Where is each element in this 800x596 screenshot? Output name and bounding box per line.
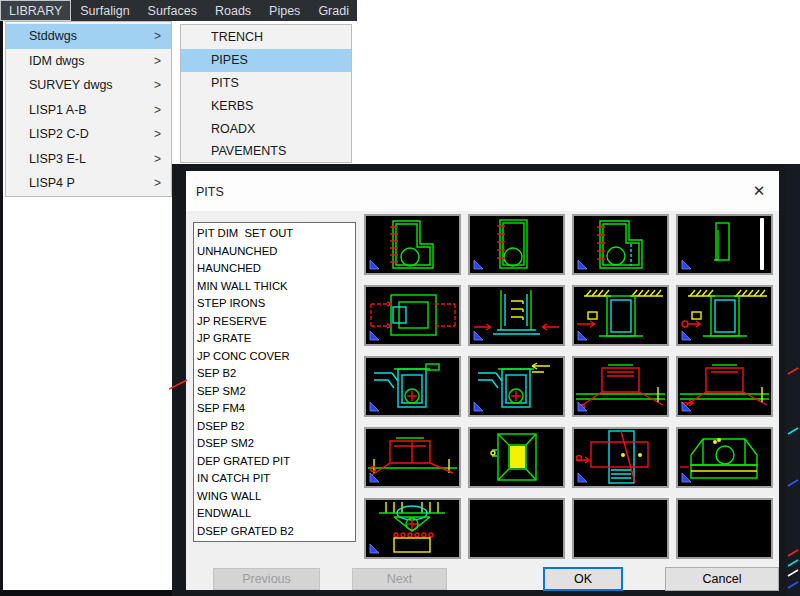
list-item[interactable]: DSEP SM2	[197, 435, 355, 453]
submenu-arrow-icon: >	[154, 176, 161, 190]
list-item[interactable]: SEP SM2	[197, 383, 355, 401]
list-item[interactable]: SEP FM4	[197, 400, 355, 418]
thumbnail-cell-11[interactable]	[572, 356, 669, 417]
list-item[interactable]: JP GRATE	[197, 330, 355, 348]
menu-item-lisp1-a-b[interactable]: LISP1 A-B>	[6, 98, 171, 123]
thumbnail-cell-14[interactable]	[468, 427, 565, 488]
road-section-pit-2-icon	[678, 358, 771, 415]
list-item[interactable]: UNHAUNCHED	[197, 243, 355, 261]
thumbnail-cell-12[interactable]	[676, 356, 773, 417]
menubar-item-gradi[interactable]: Gradi	[309, 0, 357, 21]
list-item[interactable]: JP CONC COVER	[197, 348, 355, 366]
menu-item-survey-dwgs[interactable]: SURVEY dwgs>	[6, 73, 171, 98]
menubar: LIBRARYSurfalignSurfacesRoadsPipesGradi	[0, 0, 357, 21]
list-item[interactable]: ENDWALL	[197, 505, 355, 523]
submenu-item-trench[interactable]: TRENCH	[181, 26, 351, 49]
submenu-item-pits[interactable]: PITS	[181, 72, 351, 95]
thumbnail-cell-10[interactable]	[468, 356, 565, 417]
pit-section-step-irons-icon	[470, 287, 563, 344]
wing-wall-elevation-icon	[678, 429, 771, 486]
list-item[interactable]: JP RESERVE	[197, 313, 355, 331]
next-button[interactable]: Next	[352, 568, 447, 590]
list-item[interactable]: MIN WALL THICK	[197, 278, 355, 296]
list-item[interactable]: DEP GRATED PIT	[197, 453, 355, 471]
thumbnail-cell-9[interactable]	[364, 356, 461, 417]
pit-plan-offset-chamber-icon	[366, 216, 459, 273]
close-icon[interactable]: ✕	[747, 179, 771, 203]
submenu-item-pavements[interactable]: PAVEMENTS	[181, 140, 351, 163]
road-section-pit-icon	[574, 358, 667, 415]
library-dropdown-menu: Stddwgs>IDM dwgs>SURVEY dwgs>LISP1 A-B>L…	[5, 21, 172, 197]
wall-thickness-detail-icon	[678, 216, 771, 273]
menubar-item-pipes[interactable]: Pipes	[260, 0, 309, 21]
list-item[interactable]: WING WALL	[197, 488, 355, 506]
thumbnail-cell-16[interactable]	[676, 427, 773, 488]
thumbnail-cell-19[interactable]	[572, 498, 669, 559]
list-item[interactable]: DSEP GRATED B2	[197, 523, 355, 541]
pit-plan-stepped-chamber-icon	[574, 216, 667, 273]
thumbnail-cell-20[interactable]	[676, 498, 773, 559]
menu-item-label: LISP2 C-D	[29, 127, 89, 141]
submenu-item-kerbs[interactable]: KERBS	[181, 94, 351, 117]
list-item[interactable]: STEP IRONS	[197, 295, 355, 313]
menu-item-lisp4-p[interactable]: LISP4 P>	[6, 171, 171, 196]
road-section-pit-3-icon	[366, 429, 459, 486]
submenu-arrow-icon: >	[154, 54, 161, 68]
list-item[interactable]: HAUNCHED	[197, 260, 355, 278]
stddwgs-submenu: TRENCHPIPESPITSKERBSROADXPAVEMENTS	[180, 24, 352, 163]
list-item[interactable]: SEP B2	[197, 365, 355, 383]
menu-item-label: Stddwgs	[29, 29, 77, 43]
menu-item-label: SURVEY dwgs	[29, 78, 113, 92]
cancel-button[interactable]: Cancel	[665, 567, 779, 591]
submenu-arrow-icon: >	[154, 29, 161, 43]
menu-item-lisp2-c-d[interactable]: LISP2 C-D>	[6, 122, 171, 147]
menu-item-label: LISP4 P	[29, 176, 75, 190]
menubar-item-surfalign[interactable]: Surfalign	[71, 0, 138, 21]
endwall-elevation-icon	[366, 500, 459, 557]
grated-pit-plan-icon	[470, 429, 563, 486]
pit-plan-nested-chambers-icon	[366, 287, 459, 344]
submenu-arrow-icon: >	[154, 103, 161, 117]
ok-button[interactable]: OK	[543, 567, 623, 591]
menu-item-idm-dwgs[interactable]: IDM dwgs>	[6, 49, 171, 74]
menubar-item-roads[interactable]: Roads	[206, 0, 260, 21]
cad-background-strip	[786, 164, 800, 596]
thumbnail-cell-18[interactable]	[468, 498, 565, 559]
list-item[interactable]: IN CATCH PIT	[197, 470, 355, 488]
submenu-item-roadx[interactable]: ROADX	[181, 117, 351, 140]
menu-item-lisp3-e-l[interactable]: LISP3 E-L>	[6, 147, 171, 172]
thumbnail-cell-3[interactable]	[572, 214, 669, 275]
pits-dialog: PITS ✕ PIT DIM SET OUTUNHAUNCHEDHAUNCHED…	[172, 164, 786, 596]
submenu-item-pipes[interactable]: PIPES	[181, 49, 351, 72]
sep-pit-section-arrows-icon	[470, 358, 563, 415]
thumbnail-cell-2[interactable]	[468, 214, 565, 275]
pit-plan-rect-chamber-icon	[470, 216, 563, 273]
menu-item-label: IDM dwgs	[29, 54, 85, 68]
submenu-arrow-icon: >	[154, 78, 161, 92]
menu-item-stddwgs[interactable]: Stddwgs>	[6, 24, 171, 49]
thumbnail-cell-15[interactable]	[572, 427, 669, 488]
thumbnail-cell-8[interactable]	[676, 285, 773, 346]
catch-pit-section-icon	[574, 429, 667, 486]
submenu-arrow-icon: >	[154, 127, 161, 141]
thumbnail-cell-4[interactable]	[676, 214, 773, 275]
cad-edge-lines-icon	[786, 164, 800, 596]
thumbnail-cell-1[interactable]	[364, 214, 461, 275]
thumbnail-cell-7[interactable]	[572, 285, 669, 346]
previous-button[interactable]: Previous	[213, 568, 320, 590]
menubar-item-surfaces[interactable]: Surfaces	[139, 0, 206, 21]
pit-type-listbox[interactable]: PIT DIM SET OUTUNHAUNCHEDHAUNCHEDMIN WAL…	[193, 222, 356, 542]
list-item[interactable]: DSEP B2	[197, 418, 355, 436]
thumbnail-cell-5[interactable]	[364, 285, 461, 346]
sep-pit-section-icon	[366, 358, 459, 415]
menubar-item-library[interactable]: LIBRARY	[0, 0, 71, 21]
screen-left-edge	[0, 21, 3, 590]
menu-item-label: LISP3 E-L	[29, 152, 86, 166]
cad-line-artifact	[169, 377, 188, 391]
pit-section-ground-cover-icon	[574, 287, 667, 344]
list-item[interactable]: PIT DIM SET OUT	[197, 225, 355, 243]
thumbnail-cell-13[interactable]	[364, 427, 461, 488]
dialog-title: PITS	[196, 185, 224, 199]
thumbnail-cell-17[interactable]	[364, 498, 461, 559]
thumbnail-cell-6[interactable]	[468, 285, 565, 346]
